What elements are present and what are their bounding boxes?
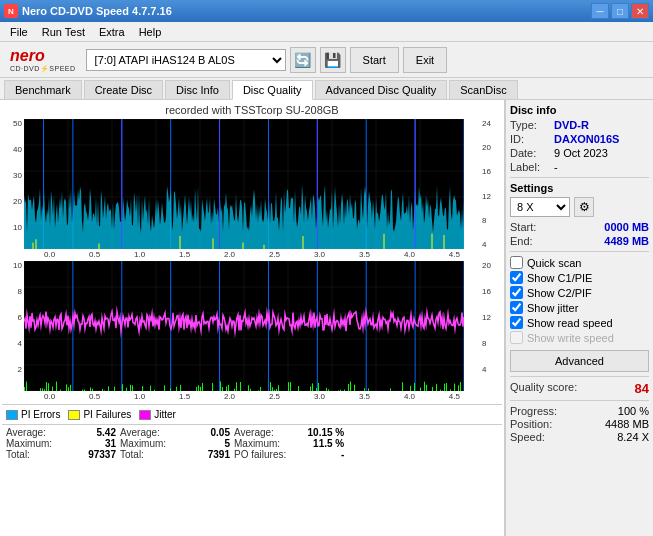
date-label: Date: [510, 147, 550, 159]
legend-jitter-label: Jitter [154, 409, 176, 420]
tab-scan-disc[interactable]: ScanDisc [449, 80, 517, 99]
menu-file[interactable]: File [4, 24, 34, 40]
show-jitter-label: Show jitter [527, 302, 578, 314]
speed-label: Speed: [510, 431, 545, 443]
separator-3 [510, 376, 649, 377]
main-content: recorded with TSSTcorp SU-208GB 50 40 30… [0, 100, 653, 536]
quick-scan-row: Quick scan [510, 256, 649, 269]
tab-disc-info[interactable]: Disc Info [165, 80, 230, 99]
quality-value: 84 [635, 381, 649, 396]
show-c2-pif-checkbox[interactable] [510, 286, 523, 299]
quality-label: Quality score: [510, 381, 577, 396]
position-value: 4488 MB [605, 418, 649, 430]
disc-label-row: Label: - [510, 161, 649, 173]
progress-value: 100 % [618, 405, 649, 417]
end-row: End: 4489 MB [510, 235, 649, 247]
show-read-speed-row: Show read speed [510, 316, 649, 329]
separator-2 [510, 251, 649, 252]
progress-label: Progress: [510, 405, 557, 417]
separator-1 [510, 177, 649, 178]
speed-setting: 8 X ⚙ [510, 197, 649, 217]
start-row: Start: 0000 MB [510, 221, 649, 233]
jitter-stats: Average:10.15 % Maximum:11.5 % PO failur… [234, 427, 344, 460]
settings-icon-button[interactable]: ⚙ [574, 197, 594, 217]
top-chart [24, 119, 464, 249]
app-icon: N [4, 4, 18, 18]
advanced-button[interactable]: Advanced [510, 350, 649, 372]
type-value: DVD-R [554, 119, 589, 131]
show-read-speed-label: Show read speed [527, 317, 613, 329]
menu-help[interactable]: Help [133, 24, 168, 40]
pi-failures-color [68, 410, 80, 420]
separator-4 [510, 400, 649, 401]
show-jitter-row: Show jitter [510, 301, 649, 314]
menu-extra[interactable]: Extra [93, 24, 131, 40]
legend-pi-failures: PI Failures [68, 409, 131, 420]
show-jitter-checkbox[interactable] [510, 301, 523, 314]
position-row: Position: 4488 MB [510, 418, 649, 430]
minimize-button[interactable]: ─ [591, 3, 609, 19]
tab-disc-quality[interactable]: Disc Quality [232, 80, 313, 100]
pi-failures-stats: Average:0.05 Maximum:5 Total:7391 [120, 427, 230, 460]
bottom-chart [24, 261, 464, 391]
menu-run-test[interactable]: Run Test [36, 24, 91, 40]
speed-row: Speed: 8.24 X [510, 431, 649, 443]
disc-id-row: ID: DAXON016S [510, 133, 649, 145]
logo-nero: nero [10, 47, 45, 65]
menu-bar: File Run Test Extra Help [0, 22, 653, 42]
tab-advanced-disc-quality[interactable]: Advanced Disc Quality [315, 80, 448, 99]
show-c1-pie-checkbox[interactable] [510, 271, 523, 284]
end-value: 4489 MB [604, 235, 649, 247]
tab-bar: Benchmark Create Disc Disc Info Disc Qua… [0, 78, 653, 100]
id-value: DAXON016S [554, 133, 619, 145]
refresh-button[interactable]: 🔄 [290, 47, 316, 73]
right-panel: Disc info Type: DVD-R ID: DAXON016S Date… [505, 100, 653, 536]
show-c1-pie-row: Show C1/PIE [510, 271, 649, 284]
chart-title: recorded with TSSTcorp SU-208GB [2, 102, 502, 118]
save-button[interactable]: 💾 [320, 47, 346, 73]
end-label: End: [510, 235, 533, 247]
logo-subtitle: CD·DVD⚡SPEED [10, 65, 76, 73]
toolbar: nero CD·DVD⚡SPEED [7:0] ATAPI iHAS124 B … [0, 42, 653, 78]
show-c2-pif-label: Show C2/PIF [527, 287, 592, 299]
close-button[interactable]: ✕ [631, 3, 649, 19]
quick-scan-checkbox[interactable] [510, 256, 523, 269]
drive-selector[interactable]: [7:0] ATAPI iHAS124 B AL0S [86, 49, 286, 71]
maximize-button[interactable]: □ [611, 3, 629, 19]
pi-errors-stats: Average:5.42 Maximum:31 Total:97337 [6, 427, 116, 460]
show-c1-pie-label: Show C1/PIE [527, 272, 592, 284]
show-write-speed-label: Show write speed [527, 332, 614, 344]
tab-benchmark[interactable]: Benchmark [4, 80, 82, 99]
exit-button[interactable]: Exit [403, 47, 447, 73]
disc-type-row: Type: DVD-R [510, 119, 649, 131]
jitter-color [139, 410, 151, 420]
position-label: Position: [510, 418, 552, 430]
progress-section: Progress: 100 % Position: 4488 MB Speed:… [510, 405, 649, 443]
pi-errors-color [6, 410, 18, 420]
start-label: Start: [510, 221, 536, 233]
start-value: 0000 MB [604, 221, 649, 233]
disc-date-row: Date: 9 Oct 2023 [510, 147, 649, 159]
start-button[interactable]: Start [350, 47, 399, 73]
legend-pi-errors: PI Errors [6, 409, 60, 420]
title-bar-text: Nero CD-DVD Speed 4.7.7.16 [22, 5, 172, 17]
quick-scan-label: Quick scan [527, 257, 581, 269]
progress-row: Progress: 100 % [510, 405, 649, 417]
chart-area: recorded with TSSTcorp SU-208GB 50 40 30… [0, 100, 505, 536]
tab-create-disc[interactable]: Create Disc [84, 80, 163, 99]
type-label: Type: [510, 119, 550, 131]
show-write-speed-checkbox[interactable] [510, 331, 523, 344]
legend-pi-failures-label: PI Failures [83, 409, 131, 420]
legend: PI Errors PI Failures Jitter [2, 404, 502, 424]
show-c2-pif-row: Show C2/PIF [510, 286, 649, 299]
disc-label-value: - [554, 161, 558, 173]
show-write-speed-row: Show write speed [510, 331, 649, 344]
speed-value: 8.24 X [617, 431, 649, 443]
disc-info-title: Disc info [510, 104, 649, 116]
disc-label-label: Label: [510, 161, 550, 173]
legend-jitter: Jitter [139, 409, 176, 420]
show-read-speed-checkbox[interactable] [510, 316, 523, 329]
speed-selector[interactable]: 8 X [510, 197, 570, 217]
title-bar: N Nero CD-DVD Speed 4.7.7.16 ─ □ ✕ [0, 0, 653, 22]
title-bar-buttons: ─ □ ✕ [591, 3, 649, 19]
